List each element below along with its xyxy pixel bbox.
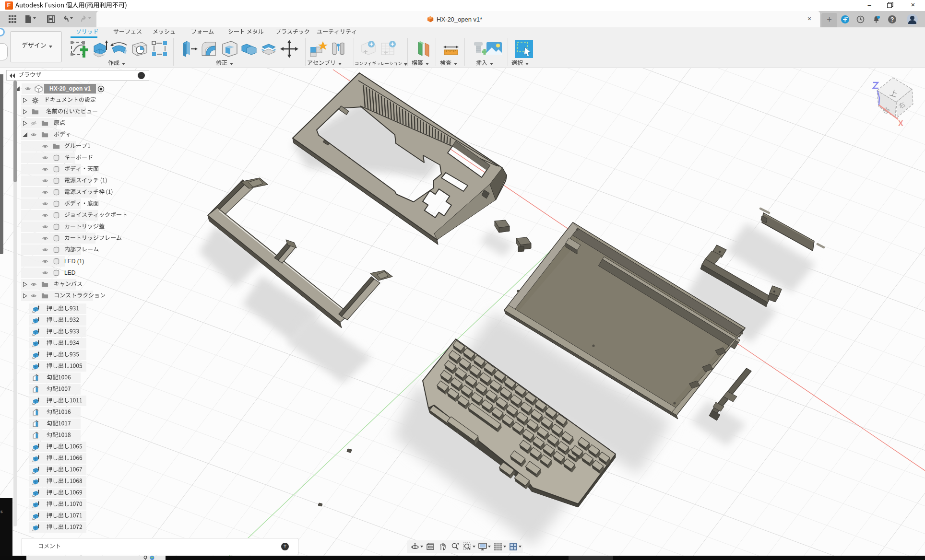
svg-text:X: X — [898, 119, 903, 128]
svg-text:?: ? — [890, 16, 894, 23]
